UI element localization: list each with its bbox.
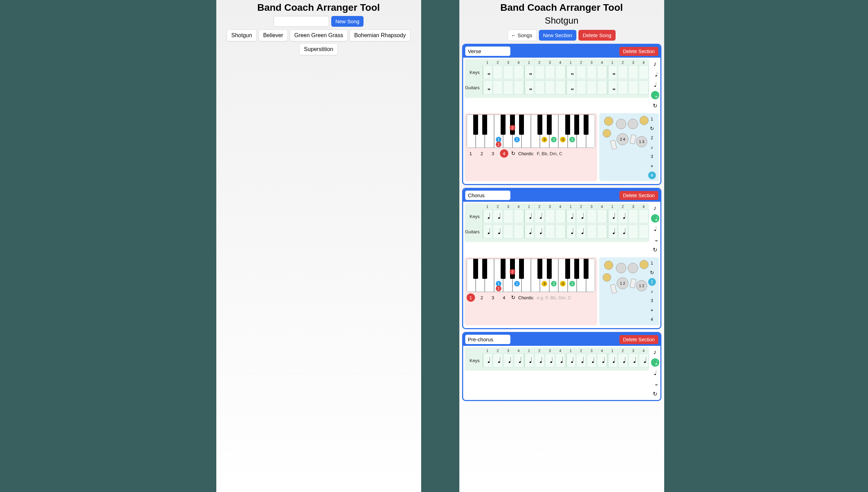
black-key[interactable] — [584, 115, 589, 135]
tom-1[interactable] — [616, 119, 626, 129]
delete-section-button[interactable]: Delete Section — [619, 335, 658, 344]
rhythm-cell[interactable] — [597, 65, 607, 79]
delete-section-button[interactable]: Delete Section — [619, 47, 658, 56]
plus-icon[interactable] — [648, 162, 656, 170]
rhythm-option-whole[interactable]: 𝅝 — [651, 91, 659, 99]
crash-cymbal[interactable] — [604, 261, 613, 270]
rhythm-option-whole[interactable]: 𝅝 — [651, 379, 659, 387]
rhythm-cell[interactable] — [493, 209, 503, 223]
rhythm-cell[interactable] — [535, 209, 544, 223]
rhythm-cell[interactable] — [628, 65, 638, 79]
rhythm-cell[interactable] — [576, 209, 586, 223]
hi-hat[interactable] — [603, 273, 611, 282]
black-key[interactable] — [565, 259, 570, 279]
ride-cymbal[interactable] — [640, 260, 649, 269]
rhythm-cell[interactable] — [503, 353, 513, 367]
rhythm-cell[interactable] — [493, 65, 503, 79]
redo-icon[interactable] — [651, 390, 659, 398]
black-key[interactable] — [501, 259, 506, 279]
rhythm-cell[interactable] — [556, 209, 565, 223]
rhythm-cell[interactable] — [483, 209, 492, 223]
section-name-input[interactable] — [465, 47, 510, 56]
new-section-button[interactable]: New Section — [539, 30, 576, 41]
drum-block[interactable] — [610, 284, 617, 294]
black-key[interactable] — [547, 115, 552, 135]
new-song-name-input[interactable] — [274, 16, 329, 27]
tom-2[interactable] — [628, 119, 638, 129]
black-key[interactable] — [547, 259, 552, 279]
song-chip[interactable]: Bohemian Rhapsody — [350, 30, 410, 41]
rhythm-cell[interactable] — [618, 81, 628, 94]
black-key[interactable] — [510, 115, 515, 135]
drum-step[interactable]: 1 — [648, 115, 656, 123]
rhythm-cell[interactable] — [628, 209, 638, 223]
song-chip[interactable]: Believer — [259, 30, 288, 41]
chord-step[interactable]: 4 — [500, 293, 508, 302]
black-key[interactable] — [574, 115, 579, 135]
rhythm-cell[interactable] — [639, 209, 649, 223]
rhythm-cell[interactable] — [587, 209, 596, 223]
rhythm-cell[interactable] — [493, 353, 503, 367]
black-key[interactable] — [519, 259, 524, 279]
rhythm-cell[interactable] — [556, 81, 565, 94]
rhythm-cell[interactable] — [618, 353, 628, 367]
drum-step[interactable]: 4 — [648, 316, 656, 323]
rhythm-option-eighth[interactable]: ♪ — [651, 348, 659, 356]
rhythm-cell[interactable] — [597, 353, 607, 367]
rhythm-cell[interactable] — [618, 225, 628, 239]
rhythm-cell[interactable] — [576, 353, 586, 367]
rhythm-cell[interactable] — [608, 209, 617, 223]
rhythm-cell[interactable] — [566, 209, 576, 223]
black-key[interactable] — [565, 115, 570, 135]
rhythm-cell[interactable] — [587, 353, 596, 367]
rhythm-cell[interactable] — [483, 225, 492, 239]
redo-icon[interactable] — [648, 269, 656, 276]
rhythm-cell[interactable] — [587, 225, 596, 239]
rhythm-cell[interactable] — [566, 353, 576, 367]
rhythm-cell[interactable] — [524, 209, 534, 223]
rhythm-cell[interactable] — [503, 81, 513, 94]
rhythm-option-quarter[interactable]: 𝅘𝅥 — [651, 358, 659, 367]
rhythm-cell[interactable] — [576, 225, 586, 239]
rhythm-cell[interactable] — [493, 225, 503, 239]
rhythm-cell[interactable] — [556, 65, 565, 79]
black-key[interactable] — [510, 259, 515, 279]
rhythm-cell[interactable] — [524, 81, 534, 94]
rhythm-cell[interactable] — [545, 65, 555, 79]
new-song-button[interactable]: New Song — [331, 16, 364, 27]
note-icon[interactable] — [648, 143, 656, 151]
rhythm-cell[interactable] — [587, 65, 596, 79]
redo-icon[interactable] — [651, 245, 659, 254]
black-key[interactable] — [574, 259, 579, 279]
rhythm-cell[interactable] — [493, 81, 503, 94]
black-key[interactable] — [473, 115, 478, 135]
rhythm-cell[interactable] — [524, 353, 534, 367]
chord-step[interactable]: 3 — [489, 149, 497, 158]
rhythm-cell[interactable] — [597, 225, 607, 239]
chord-step[interactable]: 4 — [500, 149, 508, 158]
rhythm-cell[interactable] — [587, 81, 596, 94]
rhythm-cell[interactable] — [608, 225, 617, 239]
rhythm-cell[interactable] — [483, 81, 492, 94]
section-name-input[interactable] — [465, 191, 510, 200]
drum-step[interactable]: 2 — [648, 134, 656, 142]
chord-step[interactable]: 2 — [478, 293, 486, 302]
black-key[interactable] — [482, 115, 487, 135]
rhythm-cell[interactable] — [514, 353, 524, 367]
rhythm-option-eighth[interactable]: ♪ — [651, 60, 659, 68]
rhythm-cell[interactable] — [618, 65, 628, 79]
drum-block[interactable] — [629, 134, 636, 144]
black-key[interactable] — [537, 259, 542, 279]
rhythm-cell[interactable] — [503, 225, 513, 239]
rhythm-cell[interactable] — [535, 65, 544, 79]
black-key[interactable] — [482, 259, 487, 279]
rhythm-cell[interactable] — [628, 353, 638, 367]
note-icon[interactable] — [648, 287, 656, 295]
song-chip[interactable]: Superstition — [299, 43, 338, 55]
rhythm-cell[interactable] — [597, 81, 607, 94]
redo-icon[interactable] — [648, 125, 656, 132]
rhythm-cell[interactable] — [514, 209, 524, 223]
rhythm-cell[interactable] — [639, 353, 649, 367]
ride-cymbal[interactable] — [640, 116, 649, 125]
rhythm-cell[interactable] — [639, 65, 649, 79]
